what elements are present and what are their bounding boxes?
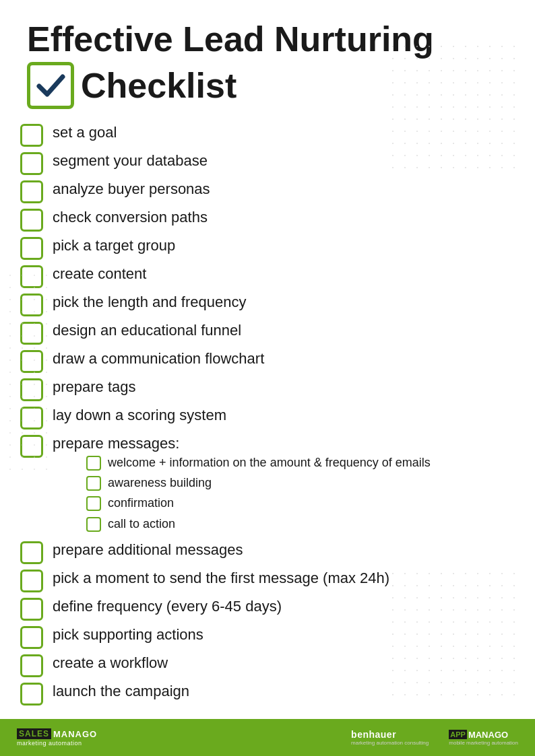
appmanago-sub: mobile marketing automation — [449, 740, 518, 746]
item-text: create content — [53, 264, 146, 285]
list-item: launch the campaign — [20, 681, 508, 706]
sales-box: SALES — [17, 728, 51, 739]
sub-item-text: confirmation — [108, 495, 174, 512]
checkbox[interactable] — [20, 124, 43, 147]
item-text: pick a moment to send the first message … — [53, 568, 389, 589]
benhauer-logo: benhauer marketing automation consulting — [351, 729, 429, 746]
sub-item-text: welcome + information on the amount & fr… — [108, 454, 431, 471]
title-checklist-word: Checklist — [81, 65, 237, 106]
salesmanago-logo: SALES MANAGO — [17, 728, 97, 739]
list-item: pick a target group — [20, 236, 508, 260]
footer: SALES MANAGO marketing automation benhau… — [0, 719, 535, 756]
checkbox[interactable] — [20, 265, 43, 288]
list-item: prepare tags — [20, 377, 508, 401]
item-text: lay down a scoring system — [53, 405, 226, 426]
sub-item: call to action — [86, 516, 431, 532]
sub-item-text: awareness building — [108, 475, 212, 491]
large-checkbox-icon — [27, 62, 74, 109]
appmanago-logo: APP MANAGO mobile marketing automation — [449, 730, 518, 746]
sub-item: confirmation — [86, 495, 431, 512]
benhauer-text: benhauer — [351, 729, 429, 740]
list-item: design an educational funnel — [20, 320, 508, 345]
list-item: pick the length and frequency — [20, 292, 508, 316]
sub-items: welcome + information on the amount & fr… — [86, 454, 431, 532]
checkbox[interactable] — [20, 570, 43, 592]
item-text: draw a communication flowchart — [53, 349, 264, 370]
item-text: set a goal — [53, 123, 117, 143]
checkbox[interactable] — [20, 407, 43, 429]
list-item: create a workflow — [20, 653, 508, 677]
item-text: pick the length and frequency — [53, 292, 246, 313]
item-text: define frequency (every 6-45 days) — [53, 596, 282, 617]
sub-checkbox[interactable] — [86, 517, 101, 532]
item-text: prepare tags — [53, 377, 136, 398]
list-item: check conversion paths — [20, 207, 508, 232]
sub-checkbox[interactable] — [86, 476, 101, 491]
appmanago-text: MANAGO — [468, 730, 508, 740]
list-item: prepare messages: welcome + information … — [20, 434, 508, 536]
item-text: launch the campaign — [53, 681, 189, 702]
footer-marketing-automation: marketing automation — [17, 740, 97, 747]
item-text: prepare additional messages — [53, 540, 243, 561]
manago-text: MANAGO — [53, 729, 97, 739]
checklist-section: set a goal segment your database analyze… — [0, 116, 535, 716]
list-item: define frequency (every 6-45 days) — [20, 596, 508, 621]
footer-right: benhauer marketing automation consulting… — [351, 729, 518, 746]
checkbox[interactable] — [20, 626, 43, 649]
title-line1: Effective Lead Nurturing — [27, 20, 508, 59]
checkbox[interactable] — [20, 180, 43, 203]
item-text: check conversion paths — [53, 207, 208, 228]
sub-checkbox[interactable] — [86, 496, 101, 511]
list-item: analyze buyer personas — [20, 179, 508, 203]
item-with-sub: prepare messages: welcome + information … — [53, 434, 431, 536]
checkmark-svg — [34, 69, 67, 102]
benhauer-sub: marketing automation consulting — [351, 740, 429, 746]
checkbox[interactable] — [20, 322, 43, 345]
checkbox[interactable] — [20, 435, 43, 458]
item-text: pick a target group — [53, 236, 175, 256]
list-item: lay down a scoring system — [20, 405, 508, 429]
item-text: prepare messages: — [53, 435, 179, 452]
list-item: pick supporting actions — [20, 625, 508, 649]
appmanago-brand: APP MANAGO — [449, 730, 508, 740]
item-text: create a workflow — [53, 653, 168, 674]
app-box: APP — [449, 730, 467, 739]
checkbox[interactable] — [20, 294, 43, 316]
list-item: draw a communication flowchart — [20, 349, 508, 373]
checkbox[interactable] — [20, 237, 43, 260]
checkbox[interactable] — [20, 683, 43, 706]
list-item: prepare additional messages — [20, 540, 508, 564]
checkbox[interactable] — [20, 378, 43, 401]
sub-item: awareness building — [86, 475, 431, 491]
list-item: pick a moment to send the first message … — [20, 568, 508, 592]
checkbox[interactable] — [20, 654, 43, 677]
header: Effective Lead Nurturing Checklist — [0, 0, 535, 116]
sub-item: welcome + information on the amount & fr… — [86, 454, 431, 471]
sub-item-text: call to action — [108, 516, 175, 532]
checkbox[interactable] — [20, 541, 43, 564]
item-text: design an educational funnel — [53, 320, 241, 341]
footer-left: SALES MANAGO marketing automation — [17, 728, 97, 747]
checkbox[interactable] — [20, 152, 43, 175]
list-item: create content — [20, 264, 508, 288]
checkbox[interactable] — [20, 598, 43, 621]
item-text: analyze buyer personas — [53, 179, 210, 200]
list-item: set a goal — [20, 123, 508, 147]
list-item: segment your database — [20, 151, 508, 175]
checkbox[interactable] — [20, 350, 43, 373]
item-text: pick supporting actions — [53, 625, 203, 646]
page: Effective Lead Nurturing Checklist set a… — [0, 0, 535, 756]
sub-checkbox[interactable] — [86, 456, 101, 471]
checkbox[interactable] — [20, 209, 43, 232]
title-line2: Checklist — [27, 62, 508, 109]
item-text: segment your database — [53, 151, 208, 172]
